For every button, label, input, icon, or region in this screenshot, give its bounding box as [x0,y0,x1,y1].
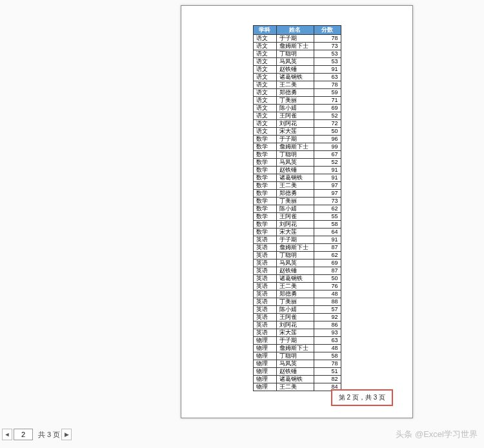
cell-score: 63 [314,337,341,345]
page-total-label: 共 3 页 [38,430,60,440]
cell-subject: 英语 [253,267,276,275]
cell-name: 陈小婧 [276,306,314,314]
cell-subject: 英语 [253,298,276,306]
table-row: 英语詹姆斯下士87 [253,244,341,252]
table-row: 英语于子期91 [253,236,341,244]
cell-subject: 英语 [253,329,276,337]
cell-score: 78 [314,81,341,89]
cell-subject: 数学 [253,229,276,236]
cell-name: 马凤英 [276,159,314,167]
cell-subject: 英语 [253,314,276,321]
table-row: 数学刘阿花58 [253,221,341,229]
cell-name: 丁美丽 [276,97,314,105]
cell-name: 赵铁锤 [276,368,314,376]
prev-page-button[interactable]: ◄ [2,429,12,440]
cell-score: 91 [314,236,341,244]
cell-score: 50 [314,275,341,283]
cell-subject: 物理 [253,337,276,345]
table-row: 英语陈小婧57 [253,306,341,314]
cell-score: 86 [314,321,341,329]
watermark-text: 头条 @Excel学习世界 [396,429,478,440]
cell-subject: 英语 [253,321,276,329]
cell-subject: 数学 [253,213,276,221]
cell-subject: 英语 [253,244,276,252]
cell-name: 郑德勇 [276,290,314,298]
cell-score: 71 [314,97,341,105]
table-row: 语文赵铁锤91 [253,66,341,74]
cell-subject: 英语 [253,236,276,244]
table-header-row: 学科 姓名 分数 [253,26,341,35]
cell-name: 陈小婧 [276,105,314,112]
cell-name: 马凤英 [276,260,314,267]
cell-subject: 数学 [253,221,276,229]
cell-name: 马凤英 [276,360,314,368]
cell-subject: 语文 [253,128,276,136]
cell-name: 诸葛钢铁 [276,74,314,81]
cell-name: 马凤英 [276,58,314,66]
col-score: 分数 [314,26,341,35]
cell-subject: 语文 [253,66,276,74]
cell-score: 87 [314,267,341,275]
cell-name: 诸葛钢铁 [276,275,314,283]
cell-name: 刘阿花 [276,221,314,229]
table-row: 数学王二美97 [253,182,341,190]
score-table: 学科 姓名 分数 语文于子期78语文詹姆斯下士73语文丁聪明53语文马凤英53语… [253,25,341,391]
cell-score: 69 [314,260,341,267]
cell-name: 郑德勇 [276,190,314,198]
table-row: 英语赵铁锤87 [253,267,341,275]
cell-subject: 语文 [253,97,276,105]
table-row: 物理赵铁锤51 [253,368,341,376]
cell-subject: 数学 [253,205,276,213]
cell-name: 宋大莲 [276,229,314,236]
table-row: 数学诸葛钢铁91 [253,174,341,182]
cell-score: 50 [314,128,341,136]
cell-subject: 语文 [253,120,276,128]
table-row: 语文王阿雀52 [253,112,341,120]
cell-name: 詹姆斯下士 [276,244,314,252]
cell-name: 赵铁锤 [276,267,314,275]
cell-score: 63 [314,74,341,81]
cell-name: 赵铁锤 [276,167,314,174]
table-row: 数学于子期96 [253,136,341,143]
cell-name: 郑德勇 [276,89,314,97]
cell-name: 王阿雀 [276,112,314,120]
table-row: 语文陈小婧69 [253,105,341,112]
cell-score: 78 [314,35,341,43]
cell-score: 57 [314,306,341,314]
table-row: 物理马凤英78 [253,360,341,368]
next-page-button[interactable]: ▶ [61,429,72,440]
cell-name: 刘阿花 [276,321,314,329]
cell-name: 王二美 [276,81,314,89]
cell-score: 51 [314,368,341,376]
table-row: 数学丁美丽73 [253,198,341,205]
cell-name: 于子期 [276,236,314,244]
cell-name: 丁聪明 [276,151,314,159]
cell-subject: 物理 [253,376,276,383]
cell-name: 王阿雀 [276,314,314,321]
page-number-input[interactable] [14,429,33,440]
cell-score: 48 [314,290,341,298]
cell-score: 88 [314,298,341,306]
table-row: 物理诸葛钢铁82 [253,376,341,383]
table-row: 英语刘阿花86 [253,321,341,329]
cell-score: 52 [314,112,341,120]
cell-subject: 语文 [253,89,276,97]
cell-score: 55 [314,213,341,221]
cell-score: 97 [314,182,341,190]
cell-score: 97 [314,190,341,198]
cell-score: 53 [314,50,341,58]
cell-name: 詹姆斯下士 [276,143,314,151]
cell-score: 72 [314,120,341,128]
cell-name: 丁美丽 [276,198,314,205]
cell-score: 91 [314,174,341,182]
table-row: 物理詹姆斯下士48 [253,345,341,352]
cell-subject: 语文 [253,50,276,58]
cell-subject: 语文 [253,112,276,120]
table-row: 数学马凤英52 [253,159,341,167]
cell-name: 丁聪明 [276,50,314,58]
cell-name: 于子期 [276,136,314,143]
cell-score: 62 [314,205,341,213]
cell-name: 刘阿花 [276,120,314,128]
cell-score: 73 [314,198,341,205]
cell-score: 64 [314,229,341,236]
